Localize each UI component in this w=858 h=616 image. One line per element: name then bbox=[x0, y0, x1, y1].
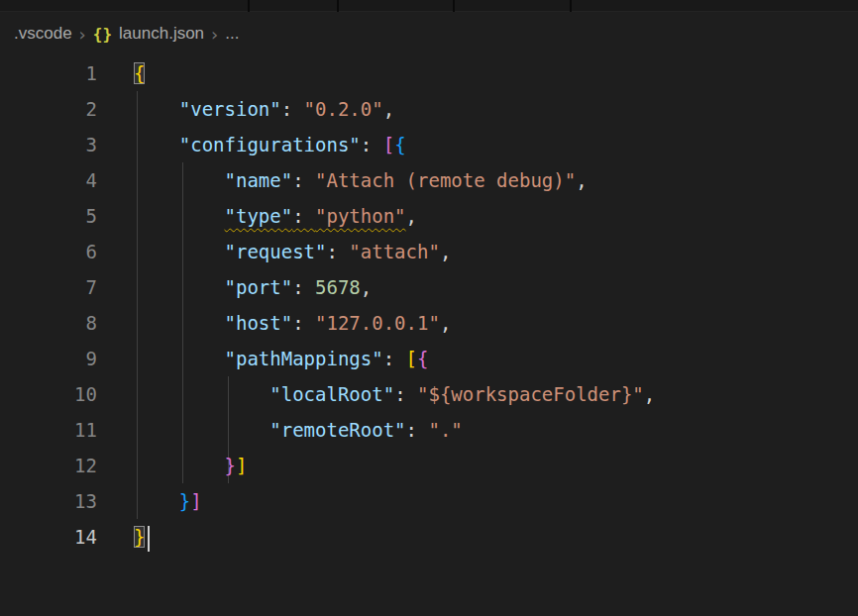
line-number[interactable]: 10 bbox=[0, 376, 97, 412]
token-punct: : bbox=[281, 98, 304, 120]
code-line[interactable]: 10 "localRoot": "${workspaceFolder}", bbox=[0, 376, 858, 412]
line-number[interactable]: 2 bbox=[0, 91, 97, 127]
token-ws bbox=[134, 98, 179, 120]
code-text: "type": "python", bbox=[97, 198, 417, 234]
token-ws bbox=[134, 134, 179, 155]
line-number[interactable]: 6 bbox=[0, 234, 97, 269]
code-line[interactable]: 8 "host": "127.0.0.1", bbox=[0, 305, 858, 341]
code-text: } bbox=[97, 519, 150, 555]
line-number[interactable]: 11 bbox=[0, 412, 97, 448]
token-punct: : bbox=[292, 205, 315, 227]
code-text: }] bbox=[97, 448, 247, 483]
code-text: { bbox=[97, 55, 145, 91]
line-number[interactable]: 5 bbox=[0, 198, 97, 234]
token-b3: { bbox=[394, 134, 405, 155]
token-key: "configurations" bbox=[179, 134, 361, 155]
line-number[interactable]: 13 bbox=[0, 483, 97, 519]
tab-separator bbox=[337, 0, 339, 12]
token-punct: : bbox=[326, 241, 349, 262]
token-punct: , bbox=[383, 98, 394, 120]
token-ws bbox=[134, 276, 225, 298]
code-text: "name": "Attach (remote debug)", bbox=[97, 162, 588, 198]
token-punct: : bbox=[383, 348, 406, 369]
vscode-editor-window: .vscode › {} launch.json › ... 1{2 "vers… bbox=[0, 0, 858, 555]
token-key: "request" bbox=[225, 241, 327, 262]
breadcrumb-symbol-more[interactable]: ... bbox=[225, 24, 239, 44]
token-key: "port" bbox=[225, 276, 293, 298]
token-key: "localRoot" bbox=[269, 383, 394, 405]
token-ws bbox=[134, 241, 225, 262]
tab-separator bbox=[248, 0, 250, 12]
token-key: "remoteRoot" bbox=[269, 419, 405, 441]
line-number[interactable]: 9 bbox=[0, 341, 97, 376]
code-text: "remoteRoot": "." bbox=[97, 412, 463, 448]
breadcrumb-file[interactable]: launch.json bbox=[119, 24, 204, 44]
line-number[interactable]: 12 bbox=[0, 448, 97, 483]
token-punct: , bbox=[644, 383, 655, 405]
text-cursor bbox=[148, 526, 150, 552]
token-key: "name" bbox=[225, 169, 293, 191]
token-b3: } bbox=[179, 490, 190, 512]
code-text: "version": "0.2.0", bbox=[97, 91, 394, 127]
code-line[interactable]: 7 "port": 5678, bbox=[0, 269, 858, 305]
code-line[interactable]: 5 "type": "python", bbox=[0, 198, 858, 234]
code-line[interactable]: 4 "name": "Attach (remote debug)", bbox=[0, 162, 858, 198]
token-punct: : bbox=[361, 134, 383, 155]
token-punct: , bbox=[440, 241, 451, 262]
token-punct: , bbox=[440, 312, 451, 334]
code-line[interactable]: 1{ bbox=[0, 55, 858, 91]
code-text: "pathMappings": [{ bbox=[97, 341, 428, 376]
token-key: "version" bbox=[179, 98, 281, 120]
token-ws bbox=[134, 348, 225, 369]
code-lines: 1{2 "version": "0.2.0",3 "configurations… bbox=[0, 55, 858, 555]
token-str: "127.0.0.1" bbox=[315, 312, 440, 334]
code-text: "host": "127.0.0.1", bbox=[97, 305, 451, 341]
line-number[interactable]: 8 bbox=[0, 305, 97, 341]
token-str: "attach" bbox=[349, 241, 440, 262]
tab-bar bbox=[0, 0, 858, 12]
token-str: "Attach (remote debug)" bbox=[315, 169, 576, 191]
code-text: "configurations": [{ bbox=[97, 127, 406, 162]
token-str: "python" bbox=[315, 205, 406, 227]
tab-separator bbox=[453, 0, 455, 12]
code-line[interactable]: 14} bbox=[0, 519, 858, 555]
line-number[interactable]: 1 bbox=[0, 55, 97, 91]
line-number[interactable]: 14 bbox=[0, 519, 97, 555]
line-number[interactable]: 7 bbox=[0, 269, 97, 305]
token-str: "${workspaceFolder}" bbox=[417, 383, 644, 405]
token-ws bbox=[134, 419, 269, 441]
token-punct: : bbox=[406, 419, 429, 441]
token-b2: { bbox=[417, 348, 428, 369]
code-line[interactable]: 9 "pathMappings": [{ bbox=[0, 341, 858, 376]
code-text: "port": 5678, bbox=[97, 269, 372, 305]
code-line[interactable]: 3 "configurations": [{ bbox=[0, 127, 858, 162]
token-b2: [ bbox=[383, 134, 394, 155]
editor[interactable]: 1{2 "version": "0.2.0",3 "configurations… bbox=[0, 55, 858, 555]
token-punct: : bbox=[394, 383, 417, 405]
token-str: "." bbox=[428, 419, 462, 441]
token-num: 5678 bbox=[315, 276, 361, 298]
code-text: "request": "attach", bbox=[97, 234, 451, 269]
code-line[interactable]: 11 "remoteRoot": "." bbox=[0, 412, 858, 448]
token-key: "type" bbox=[225, 205, 293, 227]
line-number[interactable]: 3 bbox=[0, 127, 97, 162]
line-number[interactable]: 4 bbox=[0, 162, 97, 198]
code-line[interactable]: 13 }] bbox=[0, 483, 858, 519]
code-line[interactable]: 2 "version": "0.2.0", bbox=[0, 91, 858, 127]
token-b1: ] bbox=[236, 455, 247, 476]
token-punct: , bbox=[406, 205, 417, 227]
breadcrumb-folder[interactable]: .vscode bbox=[14, 24, 72, 44]
token-ws bbox=[134, 169, 225, 191]
code-text: }] bbox=[97, 483, 202, 519]
token-str: "0.2.0" bbox=[304, 98, 383, 120]
token-b1: } bbox=[134, 526, 145, 548]
token-b2: ] bbox=[190, 490, 201, 512]
token-b1: [ bbox=[406, 348, 417, 369]
chevron-right-icon: › bbox=[72, 24, 93, 45]
token-ws bbox=[134, 383, 269, 405]
code-line[interactable]: 12 }] bbox=[0, 448, 858, 483]
code-line[interactable]: 6 "request": "attach", bbox=[0, 234, 858, 269]
token-ws bbox=[134, 455, 225, 476]
json-file-icon: {} bbox=[93, 25, 112, 44]
code-text: "localRoot": "${workspaceFolder}", bbox=[97, 376, 655, 412]
